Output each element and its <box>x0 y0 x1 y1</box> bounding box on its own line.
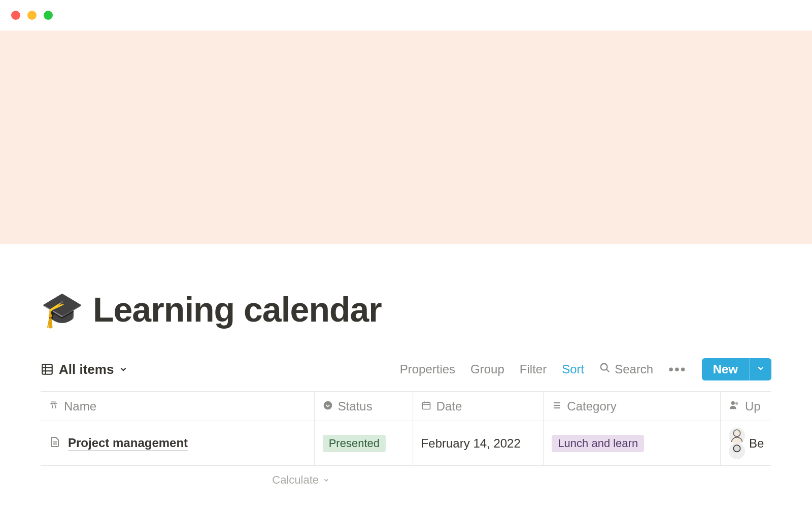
people-property-icon <box>729 399 740 414</box>
date-property-icon <box>421 399 431 414</box>
multiselect-property-icon <box>552 399 562 414</box>
search-button[interactable]: Search <box>599 362 653 376</box>
window-titlebar <box>0 0 812 30</box>
svg-point-16 <box>735 402 738 405</box>
svg-point-20 <box>733 445 740 452</box>
table-icon <box>41 363 54 376</box>
column-header-status[interactable]: Status <box>315 392 413 421</box>
database-table: Name Status <box>41 391 771 494</box>
avatar <box>729 443 745 459</box>
minimize-window-button[interactable] <box>27 11 37 20</box>
svg-rect-0 <box>42 364 52 374</box>
page-header: 🎓 Learning calendar <box>41 290 771 329</box>
search-label: Search <box>615 362 653 376</box>
cell-status[interactable]: Presented <box>315 421 413 465</box>
svg-point-19 <box>733 430 740 436</box>
page-icon[interactable]: 🎓 <box>41 292 84 327</box>
svg-point-4 <box>601 364 607 370</box>
page-title[interactable]: Learning calendar <box>93 290 382 329</box>
new-button[interactable]: New <box>702 358 749 380</box>
view-switcher[interactable]: All items <box>41 362 128 377</box>
view-name: All items <box>59 362 114 377</box>
properties-button[interactable]: Properties <box>400 362 455 376</box>
table-footer-row: Calculate <box>41 466 771 494</box>
filter-button[interactable]: Filter <box>520 362 547 376</box>
cell-date[interactable]: February 14, 2022 <box>413 421 544 465</box>
page-cover[interactable] <box>0 30 812 244</box>
new-button-group: New <box>702 358 771 380</box>
table-header-row: Name Status <box>41 392 771 421</box>
column-header-people[interactable]: Up <box>721 392 771 421</box>
chevron-down-icon <box>756 364 765 375</box>
chevron-down-icon <box>323 473 330 487</box>
svg-line-5 <box>606 369 610 372</box>
column-header-name[interactable]: Name <box>41 392 315 421</box>
svg-point-7 <box>323 401 332 409</box>
status-tag: Presented <box>323 435 386 452</box>
sort-button[interactable]: Sort <box>562 362 584 376</box>
cell-category[interactable]: Lunch and learn <box>544 421 721 465</box>
close-window-button[interactable] <box>11 11 20 20</box>
cell-name[interactable]: Project management <box>41 421 315 465</box>
page-icon <box>49 436 61 451</box>
cell-people[interactable]: Be <box>721 421 771 465</box>
text-property-icon <box>49 399 59 414</box>
maximize-window-button[interactable] <box>44 11 53 20</box>
group-button[interactable]: Group <box>470 362 504 376</box>
category-tag: Lunch and learn <box>552 435 644 452</box>
select-property-icon <box>323 399 333 414</box>
table-row[interactable]: Project management Presented February 14… <box>41 421 771 466</box>
row-title[interactable]: Project management <box>68 436 188 451</box>
svg-point-15 <box>731 401 735 404</box>
svg-rect-8 <box>422 402 430 409</box>
database-toolbar: All items Properties Group Filter Sort <box>41 357 771 382</box>
calculate-button[interactable]: Calculate <box>41 473 340 487</box>
chevron-down-icon <box>119 365 128 374</box>
people-text: Be <box>749 436 764 451</box>
more-options-button[interactable]: ••• <box>668 362 686 376</box>
column-header-date[interactable]: Date <box>413 392 544 421</box>
new-dropdown-button[interactable] <box>749 358 771 380</box>
column-header-category[interactable]: Category <box>544 392 721 421</box>
search-icon <box>599 362 611 376</box>
avatar <box>729 428 745 444</box>
